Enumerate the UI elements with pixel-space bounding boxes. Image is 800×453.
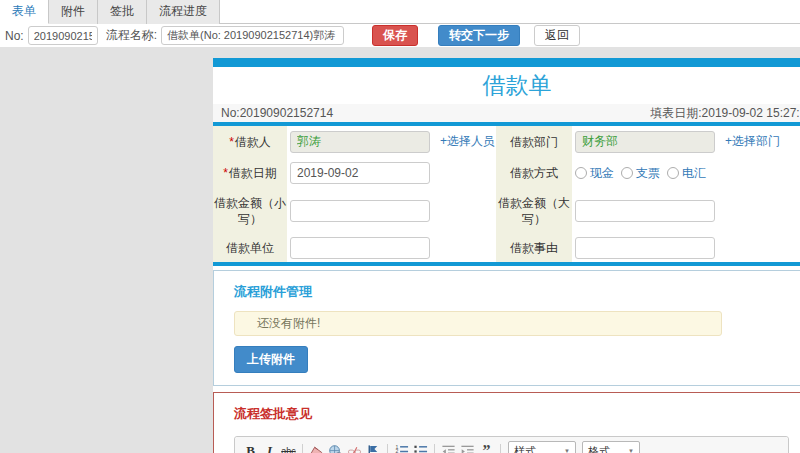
form-panel: 借款单 No:20190902152714 填表日期:2019-09-02 15…	[213, 58, 800, 453]
format-combo[interactable]: 格式▼	[582, 441, 640, 453]
next-step-button[interactable]: 转交下一步	[438, 25, 520, 46]
indent-button[interactable]	[458, 442, 477, 453]
process-name-label: 流程名称:	[106, 27, 157, 44]
reason-label: 借款事由	[496, 233, 572, 262]
amount-upper-input[interactable]	[575, 200, 715, 222]
editor-toolbar: B I abc	[235, 437, 788, 453]
save-button[interactable]: 保存	[372, 25, 418, 46]
rich-text-editor: B I abc	[234, 436, 789, 453]
outdent-icon	[441, 444, 456, 453]
doc-number: No:20190902152714	[221, 106, 333, 120]
borrower-label: *借款人	[213, 126, 287, 157]
amount-lower-input[interactable]	[290, 200, 430, 222]
bold-button[interactable]: B	[241, 442, 260, 453]
radio-icon[interactable]	[621, 167, 633, 179]
tab-attachment[interactable]: 附件	[49, 0, 98, 24]
strikethrough-icon: abc	[281, 446, 296, 453]
link-button[interactable]	[326, 442, 345, 453]
approval-heading: 流程签批意见	[234, 405, 800, 423]
bulleted-list-button[interactable]	[411, 442, 430, 453]
chevron-down-icon: ▼	[564, 448, 570, 453]
loan-form: *借款人 +选择人员 借款部门 +选择部门 *借款日期 借款方式 现金 支票 电…	[213, 126, 800, 262]
bottom-blue-bar	[213, 262, 800, 266]
anchor-button[interactable]	[364, 442, 383, 453]
italic-button[interactable]: I	[260, 442, 279, 453]
tab-progress[interactable]: 流程进度	[147, 0, 220, 24]
blockquote-button[interactable]: ”	[477, 442, 496, 453]
fill-date: 填表日期:2019-09-02 15:27:14	[650, 105, 800, 122]
unit-label: 借款单位	[213, 233, 287, 262]
page-title: 借款单	[483, 70, 552, 101]
department-input[interactable]	[575, 131, 715, 153]
no-input[interactable]	[28, 26, 98, 45]
toolbar-separator	[387, 444, 388, 453]
reason-input[interactable]	[575, 237, 715, 259]
blockquote-icon: ”	[483, 446, 491, 453]
attachment-section: 流程附件管理 还没有附件! 上传附件	[213, 270, 800, 386]
indent-icon	[460, 444, 475, 453]
radio-icon[interactable]	[575, 167, 587, 179]
method-label: 借款方式	[496, 157, 572, 189]
back-button[interactable]: 返回	[534, 25, 580, 46]
amount-upper-label: 借款金额（大写）	[496, 189, 572, 233]
no-label: No:	[5, 29, 24, 43]
italic-icon: I	[267, 443, 272, 453]
loan-date-input[interactable]	[290, 162, 430, 184]
radio-wire[interactable]: 电汇	[667, 165, 706, 182]
department-label: 借款部门	[496, 126, 572, 157]
required-asterisk: *	[223, 166, 228, 180]
chevron-down-icon: ▼	[628, 448, 634, 453]
top-blue-bar	[213, 58, 800, 67]
no-attachment-alert: 还没有附件!	[234, 311, 722, 336]
toolbar-separator	[500, 444, 501, 453]
unlink-button[interactable]	[345, 442, 364, 453]
tab-bar: 表单 附件 签批 流程进度	[0, 0, 800, 24]
unit-input[interactable]	[290, 237, 430, 259]
doc-meta-row: No:20190902152714 填表日期:2019-09-02 15:27:…	[213, 104, 800, 122]
remove-format-button[interactable]	[307, 442, 326, 453]
attachment-heading: 流程附件管理	[234, 283, 800, 301]
outdent-button[interactable]	[439, 442, 458, 453]
flag-icon	[366, 444, 381, 453]
eraser-icon	[309, 444, 324, 453]
loan-date-label: *借款日期	[213, 157, 287, 189]
required-asterisk: *	[229, 135, 234, 149]
numbered-list-icon: 123	[394, 444, 409, 453]
strikethrough-button[interactable]: abc	[279, 442, 298, 453]
select-department-link[interactable]: +选择部门	[725, 133, 780, 150]
process-name-input[interactable]	[161, 26, 344, 45]
toolbar-separator	[434, 444, 435, 453]
borrower-input[interactable]	[290, 131, 430, 153]
tab-sign[interactable]: 签批	[98, 0, 147, 24]
upload-attachment-button[interactable]: 上传附件	[234, 346, 308, 373]
approval-section: 流程签批意见 B I abc	[213, 392, 800, 453]
amount-lower-label: 借款金额（小写）	[213, 189, 287, 233]
select-person-link[interactable]: +选择人员	[440, 133, 495, 150]
radio-cheque[interactable]: 支票	[621, 165, 660, 182]
toolbar: No: 流程名称: 保存 转交下一步 返回	[0, 24, 800, 47]
bulleted-list-icon	[413, 444, 428, 453]
link-icon	[328, 444, 343, 453]
numbered-list-button[interactable]: 123	[392, 442, 411, 453]
toolbar-separator	[302, 444, 303, 453]
radio-cash[interactable]: 现金	[575, 165, 614, 182]
styles-combo[interactable]: 样式▼	[508, 441, 576, 453]
radio-icon[interactable]	[667, 167, 679, 179]
unlink-icon	[347, 444, 362, 453]
tab-form[interactable]: 表单	[0, 0, 49, 24]
bold-icon: B	[246, 443, 255, 453]
